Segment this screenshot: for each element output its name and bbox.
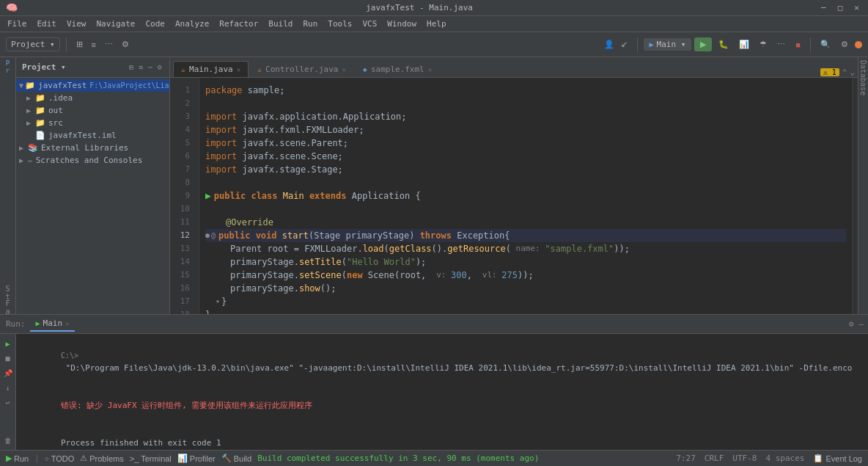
toolbar-layout-btn[interactable]: ⊞: [73, 37, 87, 51]
sidebar-layout-icon[interactable]: ⊞: [128, 62, 135, 72]
menu-window[interactable]: Window: [383, 18, 421, 30]
console-wrap-icon[interactable]: ↩: [1, 396, 15, 409]
console-close-icon[interactable]: —: [857, 318, 865, 330]
sidebar-options-icon[interactable]: ⋯: [147, 62, 154, 72]
ln-5: 5: [170, 136, 196, 150]
more-run-btn[interactable]: ⋯: [773, 37, 789, 51]
sidebar-header-icons: ⊞ ≡ ⋯ ⚙: [128, 62, 163, 72]
close-button[interactable]: ✕: [851, 3, 862, 12]
tree-item-out[interactable]: ▶ 📁 out: [16, 104, 169, 117]
menu-tools[interactable]: Tools: [323, 18, 356, 30]
console-tab-main[interactable]: ▶ Main ✕: [30, 316, 76, 332]
ln-10: 10: [170, 203, 196, 216]
search-button[interactable]: 🔍: [817, 37, 834, 51]
vcs-update-btn[interactable]: ↙: [617, 37, 631, 51]
console-pin-icon[interactable]: 📌: [1, 366, 15, 379]
console-tab-close[interactable]: ✕: [65, 320, 69, 327]
sidebar: Project ▾ ⊞ ≡ ⋯ ⚙ ▼ 📁 javafxTest F:\Java…: [16, 57, 170, 314]
tab-label-controller: Controller.java: [265, 65, 338, 74]
tab-label-main: Main.java: [189, 65, 233, 74]
run-status-btn[interactable]: ▶ Run: [6, 454, 29, 463]
todo-btn[interactable]: ○ TODO: [45, 454, 74, 463]
menu-navigate[interactable]: Navigate: [92, 18, 140, 30]
toolbar-list-btn[interactable]: ≡: [88, 38, 100, 51]
code-line-18: }: [205, 308, 846, 314]
tree-label-out: out: [48, 106, 63, 115]
problems-btn[interactable]: ⚠ Problems: [80, 454, 123, 463]
maximize-button[interactable]: □: [835, 3, 846, 12]
editor-scrollbar[interactable]: [852, 78, 858, 314]
run-config-selector[interactable]: ▶ Main ▾: [644, 38, 692, 51]
code-line-13: Parent root = FXMLLoader.load(getClass()…: [205, 242, 846, 255]
tab-close-sample[interactable]: ✕: [428, 66, 432, 73]
code-line-2: [205, 97, 846, 110]
menu-edit[interactable]: Edit: [33, 18, 62, 30]
menu-build[interactable]: Build: [264, 18, 297, 30]
console-stop-icon[interactable]: ■: [1, 352, 15, 365]
profiler-btn[interactable]: 📊 Profiler: [177, 454, 216, 463]
tree-item-extlibs[interactable]: ▶ 📚 External Libraries: [16, 142, 169, 154]
event-log-icon: 📋: [813, 454, 823, 463]
sidebar-settings-icon[interactable]: ⚙: [156, 62, 163, 72]
code-line-8: [205, 176, 846, 189]
sidebar-collapse-icon[interactable]: ≡: [137, 62, 144, 72]
menu-vcs[interactable]: VCS: [358, 18, 381, 30]
project-tool-icon[interactable]: Pr: [1, 60, 15, 73]
menu-code[interactable]: Code: [141, 18, 169, 30]
console-clear-icon[interactable]: 🗑: [1, 434, 15, 447]
console-rerun-icon[interactable]: ▶: [1, 337, 15, 350]
menu-bar: File Edit View Navigate Code Analyze Ref…: [0, 16, 868, 32]
stop-button[interactable]: ■: [792, 38, 804, 51]
settings-main-btn[interactable]: ⚙: [837, 37, 852, 51]
tree-item-src[interactable]: ▶ 📁 src: [16, 117, 169, 129]
tree-item-scratches[interactable]: ▶ ✏ Scratches and Consoles: [16, 154, 169, 167]
tab-controller-java[interactable]: ☕ Controller.java ✕: [249, 61, 354, 77]
run-status-label: Run: [14, 454, 29, 463]
menu-refactor[interactable]: Refactor: [215, 18, 262, 30]
menu-run[interactable]: Run: [298, 18, 322, 30]
expand-all-icon[interactable]: ⌄: [850, 68, 855, 77]
toolbar-more-btn[interactable]: ⋯: [101, 37, 117, 51]
code-content[interactable]: package sample; import javafx.applicatio…: [199, 78, 852, 314]
src-folder-icon: 📁: [35, 118, 45, 128]
tree-item-idea[interactable]: ▶ 📁 .idea: [16, 92, 169, 104]
structure-tool-icon[interactable]: St: [1, 286, 15, 299]
toolbar-settings-btn[interactable]: ⚙: [118, 37, 133, 51]
tab-close-controller[interactable]: ✕: [342, 66, 345, 73]
menu-analyze[interactable]: Analyze: [171, 18, 213, 30]
console-settings-icon[interactable]: ⚙: [847, 318, 856, 330]
minimize-button[interactable]: ─: [818, 3, 829, 12]
tab-main-java[interactable]: ☕ Main.java ✕: [173, 61, 249, 77]
debug-button[interactable]: 🐛: [715, 37, 732, 51]
sidebar-title: Project ▾: [22, 62, 66, 72]
code-line-9: ▶ public class Main extends Application …: [205, 189, 846, 203]
coverage-button[interactable]: ☂: [756, 37, 770, 51]
console-scroll-icon[interactable]: ↓: [1, 381, 15, 394]
run-status-icon: ▶: [6, 454, 12, 463]
event-log-btn[interactable]: 📋 Event Log: [813, 454, 862, 463]
console-exit-text: Process finished with exit code 1: [61, 438, 221, 448]
problems-icon: ⚠: [80, 454, 87, 463]
tree-item-root[interactable]: ▼ 📁 javafxTest F:\JavaProject\Liao_Idea\…: [16, 79, 169, 92]
scratches-icon: ✏: [28, 156, 33, 165]
tab-close-main[interactable]: ✕: [237, 66, 240, 73]
menu-view[interactable]: View: [62, 18, 91, 30]
tab-sample-fxml[interactable]: ◈ sample.fxml ✕: [355, 61, 440, 77]
bottom-tabs: Run: ▶ Main ✕ ⚙ —: [0, 315, 868, 334]
warning-badge: ⚠ 1: [820, 68, 839, 76]
tree-label-root: javafxTest: [38, 81, 87, 90]
menu-help[interactable]: Help: [422, 18, 451, 30]
tree-item-iml[interactable]: ▶ 📄 javafxTest.iml: [16, 129, 169, 142]
menu-file[interactable]: File: [3, 18, 32, 30]
build-btn[interactable]: 🔨 Build: [221, 454, 251, 463]
fold-arrow-icon[interactable]: ▾: [216, 295, 220, 308]
database-label[interactable]: Database: [859, 57, 867, 95]
favorites-tool-icon[interactable]: Fa: [1, 301, 15, 314]
run-gutter-icon[interactable]: ▶: [205, 189, 211, 203]
terminal-btn[interactable]: >_ Terminal: [130, 454, 172, 463]
collapse-all-icon[interactable]: ⌃: [842, 68, 847, 77]
profile-button[interactable]: 📊: [735, 37, 753, 51]
project-selector[interactable]: Project ▾: [6, 37, 60, 51]
tree-label-iml: javafxTest.iml: [48, 131, 117, 140]
run-button[interactable]: ▶: [694, 37, 712, 51]
